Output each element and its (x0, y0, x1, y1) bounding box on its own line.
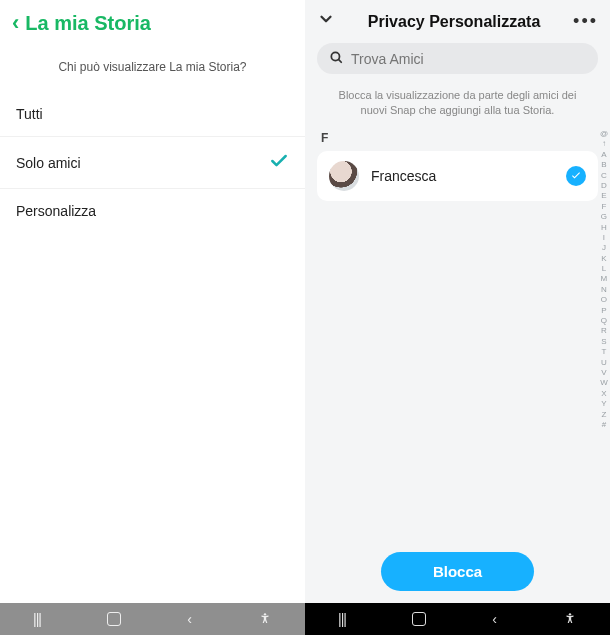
option-label: Personalizza (16, 203, 96, 219)
search-wrap (305, 39, 610, 80)
option-custom[interactable]: Personalizza (0, 189, 305, 233)
recent-apps-icon[interactable]: ||| (338, 611, 346, 627)
privacy-description: Blocca la visualizzazione da parte degli… (305, 80, 610, 129)
index-letter[interactable]: I (600, 234, 608, 242)
page-title: Privacy Personalizzata (368, 13, 541, 31)
index-letter[interactable]: Z (600, 411, 608, 419)
right-header: Privacy Personalizzata ••• (305, 0, 610, 39)
option-everyone[interactable]: Tutti (0, 92, 305, 137)
friend-row[interactable]: Francesca (317, 151, 598, 201)
index-letter[interactable]: F (600, 203, 608, 211)
back-nav-icon[interactable]: ‹ (187, 611, 192, 627)
block-button-wrap: Blocca (305, 552, 610, 591)
index-letter[interactable]: E (600, 192, 608, 200)
option-label: Tutti (16, 106, 43, 122)
index-letter[interactable]: H (600, 224, 608, 232)
section-header-letter: F (305, 129, 610, 151)
index-letter[interactable]: T (600, 348, 608, 356)
index-letter[interactable]: Y (600, 400, 608, 408)
left-header: ‹ La mia Storia (0, 0, 305, 40)
recent-apps-icon[interactable]: ||| (33, 611, 41, 627)
index-letter[interactable]: P (600, 307, 608, 315)
search-icon (329, 50, 343, 67)
index-letter[interactable]: V (600, 369, 608, 377)
block-button[interactable]: Blocca (381, 552, 534, 591)
index-letter[interactable]: ↑ (600, 140, 608, 148)
index-letter[interactable]: J (600, 244, 608, 252)
index-letter[interactable]: D (600, 182, 608, 190)
page-title: La mia Storia (25, 12, 151, 35)
option-label: Solo amici (16, 155, 81, 171)
selected-badge-icon (566, 166, 586, 186)
search-input[interactable] (351, 51, 586, 67)
accessibility-icon[interactable] (563, 612, 577, 626)
alpha-index-rail[interactable]: @↑ABCDEFGHIJKLMNOPQRSTUVWXYZ# (600, 130, 608, 429)
story-settings-pane: ‹ La mia Storia Chi può visualizzare La … (0, 0, 305, 635)
search-bar[interactable] (317, 43, 598, 74)
index-letter[interactable]: U (600, 359, 608, 367)
index-letter[interactable]: L (600, 265, 608, 273)
back-nav-icon[interactable]: ‹ (492, 611, 497, 627)
index-letter[interactable]: N (600, 286, 608, 294)
index-letter[interactable]: G (600, 213, 608, 221)
android-navbar-left: ||| ‹ (0, 603, 305, 635)
android-navbar-right: ||| ‹ (305, 603, 610, 635)
chevron-down-icon[interactable] (317, 10, 335, 33)
index-letter[interactable]: K (600, 255, 608, 263)
index-letter[interactable]: M (600, 275, 608, 283)
index-letter[interactable]: # (600, 421, 608, 429)
back-icon[interactable]: ‹ (12, 10, 19, 36)
index-letter[interactable]: Q (600, 317, 608, 325)
more-icon[interactable]: ••• (573, 11, 598, 32)
index-letter[interactable]: O (600, 296, 608, 304)
accessibility-icon[interactable] (258, 612, 272, 626)
avatar (329, 161, 359, 191)
index-letter[interactable]: W (600, 379, 608, 387)
option-friends-only[interactable]: Solo amici (0, 137, 305, 189)
check-icon (269, 151, 289, 174)
index-letter[interactable]: S (600, 338, 608, 346)
story-visibility-question: Chi può visualizzare La mia Storia? (0, 40, 305, 92)
custom-privacy-pane: Privacy Personalizzata ••• Blocca la vis… (305, 0, 610, 635)
svg-line-2 (339, 60, 342, 63)
index-letter[interactable]: X (600, 390, 608, 398)
svg-point-0 (264, 613, 266, 615)
index-letter[interactable]: @ (600, 130, 608, 138)
svg-point-3 (569, 613, 571, 615)
index-letter[interactable]: R (600, 327, 608, 335)
index-letter[interactable]: A (600, 151, 608, 159)
index-letter[interactable]: B (600, 161, 608, 169)
home-icon[interactable] (412, 612, 426, 626)
friend-name: Francesca (371, 168, 566, 184)
home-icon[interactable] (107, 612, 121, 626)
index-letter[interactable]: C (600, 172, 608, 180)
